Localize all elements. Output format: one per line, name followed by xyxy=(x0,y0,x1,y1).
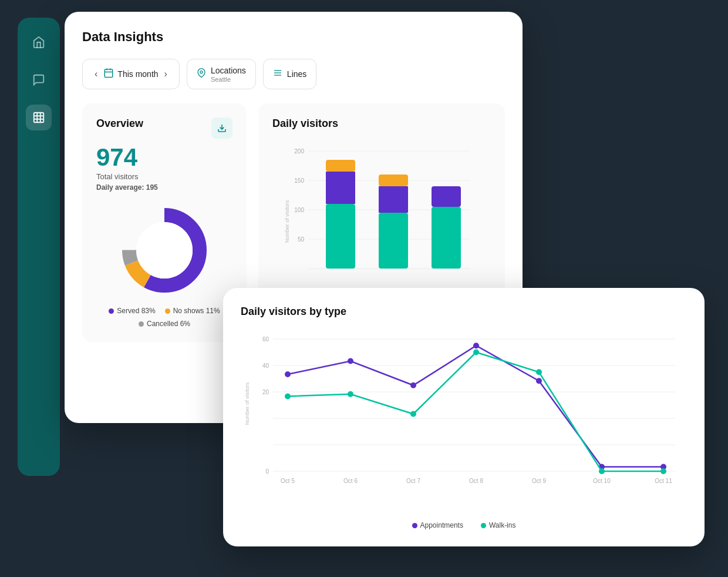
sidebar-item-home[interactable] xyxy=(26,29,52,55)
svg-text:Oct 8: Oct 8 xyxy=(469,478,483,484)
svg-text:Number of visitors: Number of visitors xyxy=(244,382,250,425)
svg-point-56 xyxy=(410,383,416,388)
total-visitors-label: Total visitors xyxy=(96,172,232,181)
legend-walkins: Walk-ins xyxy=(481,521,516,529)
svg-point-9 xyxy=(200,71,203,73)
svg-rect-30 xyxy=(326,160,355,172)
svg-text:Oct 9: Oct 9 xyxy=(532,478,546,484)
next-month-button[interactable]: › xyxy=(162,66,170,82)
sidebar-item-chat[interactable] xyxy=(26,67,52,93)
svg-point-55 xyxy=(348,358,353,364)
svg-text:60: 60 xyxy=(262,336,269,343)
donut-legend: Served 83% No shows 11% Cancelled 6% xyxy=(96,307,232,328)
prev-month-button[interactable]: ‹ xyxy=(92,66,100,82)
svg-point-67 xyxy=(660,468,666,474)
date-filter[interactable]: ‹ This month › xyxy=(82,59,180,89)
bar-chart-area: 200 150 100 50 Number of visitors xyxy=(272,139,491,292)
svg-text:Oct 7: Oct 7 xyxy=(406,478,420,484)
svg-point-66 xyxy=(599,468,605,474)
svg-text:Oct 6: Oct 6 xyxy=(343,478,358,484)
overview-card: Overview 974 Total visitors Daily averag… xyxy=(82,103,247,342)
svg-text:100: 100 xyxy=(294,207,304,213)
svg-point-64 xyxy=(473,350,479,355)
location-filter[interactable]: Locations Seattle xyxy=(187,59,256,89)
svg-point-63 xyxy=(410,411,416,417)
daily-average: Daily average: 195 xyxy=(96,183,232,192)
sidebar-item-analytics[interactable] xyxy=(26,105,52,130)
legend-dot-appointments xyxy=(412,523,417,528)
location-icon xyxy=(197,68,206,80)
legend-appointments: Appointments xyxy=(412,521,463,529)
date-label: This month xyxy=(117,69,158,79)
svg-text:0: 0 xyxy=(265,468,269,475)
svg-text:50: 50 xyxy=(298,236,305,243)
svg-rect-33 xyxy=(379,175,408,186)
legend-dot-noshows xyxy=(165,308,170,314)
svg-text:Number of visitors: Number of visitors xyxy=(284,200,290,243)
svg-rect-29 xyxy=(326,172,355,204)
legend-dot-cancelled xyxy=(139,321,144,327)
svg-rect-34 xyxy=(432,207,461,269)
svg-point-57 xyxy=(473,343,479,348)
download-button[interactable] xyxy=(211,118,232,139)
svg-rect-0 xyxy=(34,113,44,123)
sidebar xyxy=(18,18,60,476)
svg-point-65 xyxy=(536,369,542,375)
svg-text:200: 200 xyxy=(294,148,304,155)
donut-chart xyxy=(96,203,232,297)
svg-rect-28 xyxy=(326,204,355,269)
calendar-icon xyxy=(103,68,114,81)
svg-rect-5 xyxy=(105,69,113,78)
svg-rect-31 xyxy=(379,213,408,269)
lines-filter[interactable]: Lines xyxy=(263,59,316,89)
svg-text:150: 150 xyxy=(294,177,304,184)
svg-point-17 xyxy=(136,222,193,279)
svg-rect-32 xyxy=(379,186,408,213)
legend-dot-walkins xyxy=(481,523,486,528)
svg-text:40: 40 xyxy=(262,363,269,369)
svg-text:Oct 10: Oct 10 xyxy=(593,478,611,484)
daily-by-type-title: Daily visitors by type xyxy=(241,306,687,318)
svg-rect-35 xyxy=(432,186,461,207)
second-card: Daily visitors by type 60 40 20 0 Number… xyxy=(223,288,705,546)
svg-point-61 xyxy=(285,394,291,400)
svg-point-54 xyxy=(285,371,291,377)
svg-text:Oct 11: Oct 11 xyxy=(655,478,672,484)
svg-text:Oct 5: Oct 5 xyxy=(281,478,295,484)
overview-title: Overview xyxy=(96,118,143,130)
legend-served: Served 83% xyxy=(109,307,155,315)
daily-visitors-title: Daily visitors xyxy=(272,118,491,130)
location-text: Locations Seattle xyxy=(211,65,246,83)
filter-bar: ‹ This month › Locations xyxy=(82,59,505,89)
svg-text:20: 20 xyxy=(262,389,269,395)
line-chart-legend: Appointments Walk-ins xyxy=(241,521,687,529)
lines-icon xyxy=(273,68,282,80)
line-chart-area: 60 40 20 0 Number of visitors Oct 5 Oct … xyxy=(241,327,687,515)
legend-noshows: No shows 11% xyxy=(165,307,220,315)
total-visitors-number: 974 xyxy=(96,145,232,170)
legend-dot-served xyxy=(109,308,114,314)
page-title: Data Insights xyxy=(82,29,505,45)
svg-point-62 xyxy=(348,391,353,397)
legend-cancelled: Cancelled 6% xyxy=(139,320,190,328)
svg-point-58 xyxy=(536,378,542,384)
